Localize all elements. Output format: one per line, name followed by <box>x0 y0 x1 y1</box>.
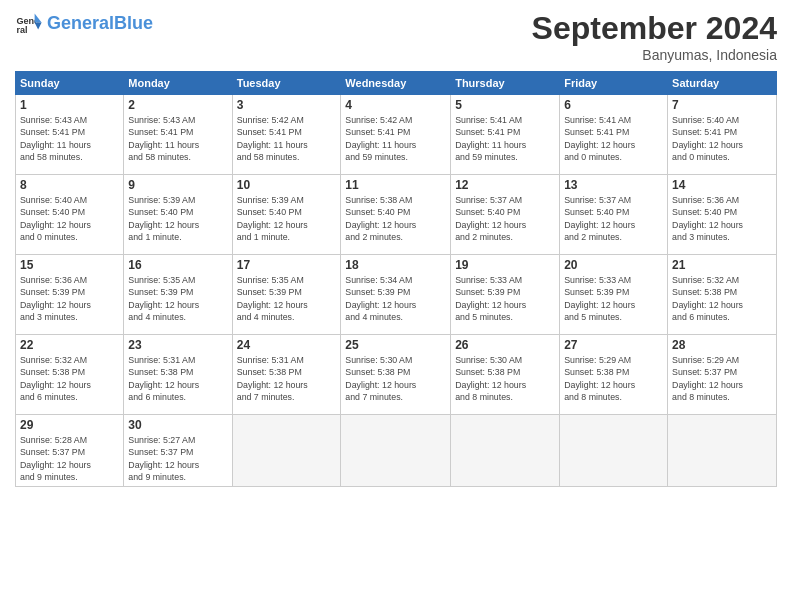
day-number: 9 <box>128 178 227 192</box>
day-number: 12 <box>455 178 555 192</box>
day-info: Sunrise: 5:32 AMSunset: 5:38 PMDaylight:… <box>672 274 772 323</box>
table-row: 8 Sunrise: 5:40 AMSunset: 5:40 PMDayligh… <box>16 175 124 255</box>
table-row: 23 Sunrise: 5:31 AMSunset: 5:38 PMDaylig… <box>124 335 232 415</box>
month-title: September 2024 <box>532 10 777 47</box>
table-row: 27 Sunrise: 5:29 AMSunset: 5:38 PMDaylig… <box>560 335 668 415</box>
table-row: 24 Sunrise: 5:31 AMSunset: 5:38 PMDaylig… <box>232 335 341 415</box>
day-number: 10 <box>237 178 337 192</box>
table-row: 14 Sunrise: 5:36 AMSunset: 5:40 PMDaylig… <box>668 175 777 255</box>
day-number: 29 <box>20 418 119 432</box>
table-row: 11 Sunrise: 5:38 AMSunset: 5:40 PMDaylig… <box>341 175 451 255</box>
day-number: 5 <box>455 98 555 112</box>
empty-cell <box>232 415 341 487</box>
day-info: Sunrise: 5:42 AMSunset: 5:41 PMDaylight:… <box>237 114 337 163</box>
day-number: 3 <box>237 98 337 112</box>
day-number: 11 <box>345 178 446 192</box>
table-row: 4 Sunrise: 5:42 AMSunset: 5:41 PMDayligh… <box>341 95 451 175</box>
title-section: September 2024 Banyumas, Indonesia <box>532 10 777 63</box>
day-number: 30 <box>128 418 227 432</box>
col-thursday: Thursday <box>451 72 560 95</box>
day-info: Sunrise: 5:39 AMSunset: 5:40 PMDaylight:… <box>237 194 337 243</box>
day-number: 7 <box>672 98 772 112</box>
day-info: Sunrise: 5:31 AMSunset: 5:38 PMDaylight:… <box>128 354 227 403</box>
day-number: 18 <box>345 258 446 272</box>
calendar-header-row: Sunday Monday Tuesday Wednesday Thursday… <box>16 72 777 95</box>
day-number: 19 <box>455 258 555 272</box>
day-number: 28 <box>672 338 772 352</box>
table-row: 22 Sunrise: 5:32 AMSunset: 5:38 PMDaylig… <box>16 335 124 415</box>
col-wednesday: Wednesday <box>341 72 451 95</box>
day-info: Sunrise: 5:30 AMSunset: 5:38 PMDaylight:… <box>345 354 446 403</box>
table-row: 10 Sunrise: 5:39 AMSunset: 5:40 PMDaylig… <box>232 175 341 255</box>
day-info: Sunrise: 5:40 AMSunset: 5:41 PMDaylight:… <box>672 114 772 163</box>
col-sunday: Sunday <box>16 72 124 95</box>
day-info: Sunrise: 5:42 AMSunset: 5:41 PMDaylight:… <box>345 114 446 163</box>
day-number: 22 <box>20 338 119 352</box>
day-info: Sunrise: 5:29 AMSunset: 5:37 PMDaylight:… <box>672 354 772 403</box>
day-number: 15 <box>20 258 119 272</box>
svg-marker-3 <box>35 23 42 30</box>
day-info: Sunrise: 5:36 AMSunset: 5:39 PMDaylight:… <box>20 274 119 323</box>
table-row: 9 Sunrise: 5:39 AMSunset: 5:40 PMDayligh… <box>124 175 232 255</box>
table-row: 20 Sunrise: 5:33 AMSunset: 5:39 PMDaylig… <box>560 255 668 335</box>
day-number: 8 <box>20 178 119 192</box>
table-row: 25 Sunrise: 5:30 AMSunset: 5:38 PMDaylig… <box>341 335 451 415</box>
day-info: Sunrise: 5:43 AMSunset: 5:41 PMDaylight:… <box>128 114 227 163</box>
day-number: 2 <box>128 98 227 112</box>
day-number: 1 <box>20 98 119 112</box>
day-number: 20 <box>564 258 663 272</box>
day-info: Sunrise: 5:30 AMSunset: 5:38 PMDaylight:… <box>455 354 555 403</box>
day-info: Sunrise: 5:31 AMSunset: 5:38 PMDaylight:… <box>237 354 337 403</box>
empty-cell <box>668 415 777 487</box>
svg-marker-2 <box>35 14 42 23</box>
day-info: Sunrise: 5:33 AMSunset: 5:39 PMDaylight:… <box>564 274 663 323</box>
table-row: 15 Sunrise: 5:36 AMSunset: 5:39 PMDaylig… <box>16 255 124 335</box>
table-row: 18 Sunrise: 5:34 AMSunset: 5:39 PMDaylig… <box>341 255 451 335</box>
table-row: 7 Sunrise: 5:40 AMSunset: 5:41 PMDayligh… <box>668 95 777 175</box>
empty-cell <box>451 415 560 487</box>
logo-text: GeneralBlue <box>47 14 153 34</box>
calendar-table: Sunday Monday Tuesday Wednesday Thursday… <box>15 71 777 487</box>
day-info: Sunrise: 5:33 AMSunset: 5:39 PMDaylight:… <box>455 274 555 323</box>
day-info: Sunrise: 5:34 AMSunset: 5:39 PMDaylight:… <box>345 274 446 323</box>
day-info: Sunrise: 5:41 AMSunset: 5:41 PMDaylight:… <box>455 114 555 163</box>
day-info: Sunrise: 5:40 AMSunset: 5:40 PMDaylight:… <box>20 194 119 243</box>
day-number: 21 <box>672 258 772 272</box>
day-number: 27 <box>564 338 663 352</box>
day-info: Sunrise: 5:27 AMSunset: 5:37 PMDaylight:… <box>128 434 227 483</box>
table-row: 6 Sunrise: 5:41 AMSunset: 5:41 PMDayligh… <box>560 95 668 175</box>
table-row: 1 Sunrise: 5:43 AMSunset: 5:41 PMDayligh… <box>16 95 124 175</box>
day-info: Sunrise: 5:29 AMSunset: 5:38 PMDaylight:… <box>564 354 663 403</box>
day-number: 4 <box>345 98 446 112</box>
day-info: Sunrise: 5:32 AMSunset: 5:38 PMDaylight:… <box>20 354 119 403</box>
table-row: 19 Sunrise: 5:33 AMSunset: 5:39 PMDaylig… <box>451 255 560 335</box>
day-number: 14 <box>672 178 772 192</box>
day-number: 24 <box>237 338 337 352</box>
day-info: Sunrise: 5:37 AMSunset: 5:40 PMDaylight:… <box>455 194 555 243</box>
col-saturday: Saturday <box>668 72 777 95</box>
day-number: 13 <box>564 178 663 192</box>
day-info: Sunrise: 5:36 AMSunset: 5:40 PMDaylight:… <box>672 194 772 243</box>
table-row: 12 Sunrise: 5:37 AMSunset: 5:40 PMDaylig… <box>451 175 560 255</box>
col-tuesday: Tuesday <box>232 72 341 95</box>
day-info: Sunrise: 5:28 AMSunset: 5:37 PMDaylight:… <box>20 434 119 483</box>
day-number: 16 <box>128 258 227 272</box>
location: Banyumas, Indonesia <box>532 47 777 63</box>
day-info: Sunrise: 5:35 AMSunset: 5:39 PMDaylight:… <box>128 274 227 323</box>
day-info: Sunrise: 5:39 AMSunset: 5:40 PMDaylight:… <box>128 194 227 243</box>
day-info: Sunrise: 5:41 AMSunset: 5:41 PMDaylight:… <box>564 114 663 163</box>
svg-text:ral: ral <box>16 25 27 35</box>
table-row: 3 Sunrise: 5:42 AMSunset: 5:41 PMDayligh… <box>232 95 341 175</box>
logo-icon: Gene ral <box>15 10 43 38</box>
table-row: 28 Sunrise: 5:29 AMSunset: 5:37 PMDaylig… <box>668 335 777 415</box>
col-friday: Friday <box>560 72 668 95</box>
day-number: 6 <box>564 98 663 112</box>
table-row: 21 Sunrise: 5:32 AMSunset: 5:38 PMDaylig… <box>668 255 777 335</box>
col-monday: Monday <box>124 72 232 95</box>
day-info: Sunrise: 5:37 AMSunset: 5:40 PMDaylight:… <box>564 194 663 243</box>
day-info: Sunrise: 5:38 AMSunset: 5:40 PMDaylight:… <box>345 194 446 243</box>
table-row: 29 Sunrise: 5:28 AMSunset: 5:37 PMDaylig… <box>16 415 124 487</box>
table-row: 26 Sunrise: 5:30 AMSunset: 5:38 PMDaylig… <box>451 335 560 415</box>
table-row: 2 Sunrise: 5:43 AMSunset: 5:41 PMDayligh… <box>124 95 232 175</box>
table-row: 5 Sunrise: 5:41 AMSunset: 5:41 PMDayligh… <box>451 95 560 175</box>
